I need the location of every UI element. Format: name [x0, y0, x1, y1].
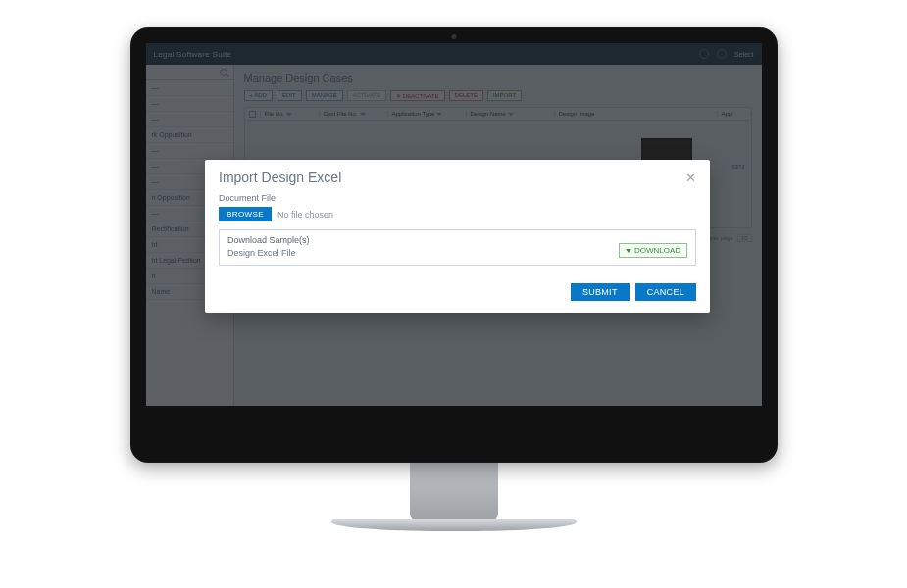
modal-title: Import Design Excel — [219, 170, 341, 185]
browse-button[interactable]: BROWSE — [219, 207, 272, 221]
sample-file-name: Design Excel File — [227, 248, 310, 258]
cancel-button[interactable]: CANCEL — [635, 283, 696, 301]
download-button[interactable]: DOWNLOAD — [619, 243, 687, 258]
close-icon[interactable]: ✕ — [685, 171, 696, 185]
download-sample-heading: Download Sample(s) — [227, 235, 310, 245]
sample-box: Download Sample(s) Design Excel File DOW… — [219, 229, 696, 266]
monitor-stand-base — [331, 519, 577, 531]
document-file-label: Document File — [219, 193, 696, 203]
import-modal: Import Design Excel ✕ Document File BROW… — [205, 160, 710, 313]
camera-dot — [451, 34, 456, 39]
download-icon — [626, 249, 631, 253]
download-label: DOWNLOAD — [634, 246, 680, 255]
submit-button[interactable]: SUBMIT — [571, 283, 630, 301]
monitor-stand-neck — [410, 463, 498, 521]
file-status: No file chosen — [277, 210, 333, 220]
